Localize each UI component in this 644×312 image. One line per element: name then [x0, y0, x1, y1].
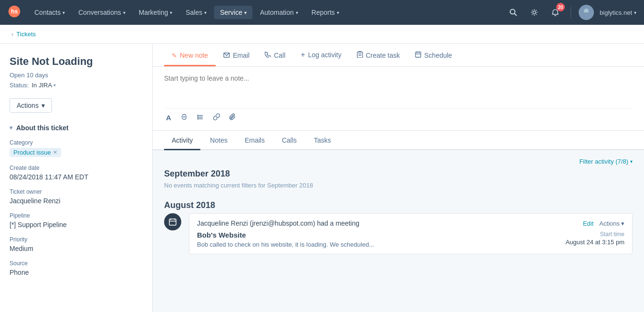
field-value-priority: Medium: [10, 245, 143, 252]
activity-feed: Filter activity (7/8) ▾ September 2018 N…: [153, 150, 644, 312]
svg-line-3: [515, 14, 517, 16]
main-panel: ✎ New note Email: [153, 44, 644, 312]
note-toolbar: A: [164, 108, 633, 123]
chevron-down-icon: ▾: [62, 10, 65, 15]
attachment-button[interactable]: [228, 113, 238, 123]
tab-call[interactable]: Call: [257, 45, 293, 66]
chevron-down-icon: ▾: [621, 220, 624, 227]
search-button[interactable]: [506, 5, 521, 20]
topnav-right-section: 20 biglytics.net ▾: [506, 5, 636, 20]
strikethrough-button[interactable]: [179, 113, 189, 123]
chevron-down-icon: ▾: [53, 83, 56, 88]
clipboard-icon: [357, 51, 363, 59]
chevron-down-icon: ▾: [123, 10, 125, 15]
filter-row: Filter activity (7/8) ▾: [164, 150, 633, 169]
no-events-september: No events matching current filters for S…: [164, 182, 633, 189]
month-section-september: September 2018 No events matching curren…: [164, 169, 633, 189]
edit-icon: ✎: [172, 52, 177, 59]
field-priority: Priority Medium: [10, 236, 143, 252]
chevron-down-icon: ▾: [244, 10, 247, 15]
nav-sales[interactable]: Sales ▾: [180, 6, 212, 19]
field-category: Category Product issue ✕: [10, 139, 143, 157]
tab-notes[interactable]: Notes: [202, 131, 235, 150]
tab-tasks[interactable]: Tasks: [306, 131, 339, 150]
link-button[interactable]: [211, 113, 222, 123]
field-label-pipeline: Pipeline: [10, 212, 143, 219]
tag-remove-icon[interactable]: ✕: [53, 149, 57, 156]
field-pipeline: Pipeline [*] Support Pipeline: [10, 212, 143, 229]
ticket-open-duration: Open 10 days: [10, 72, 143, 79]
notifications-button[interactable]: 20: [548, 5, 563, 20]
svg-point-2: [510, 10, 515, 14]
settings-button[interactable]: [527, 5, 542, 20]
nav-reports[interactable]: Reports ▾: [306, 6, 345, 19]
about-ticket-section-header[interactable]: ▾ About this ticket: [10, 124, 143, 132]
timeline-actor-text: Jacqueline Renzi (jrenzi@hubspot.com) ha…: [197, 219, 359, 227]
nav-service[interactable]: Service ▾: [214, 6, 252, 19]
tab-activity[interactable]: Activity: [164, 131, 200, 150]
svg-rect-21: [169, 219, 176, 225]
field-label-create-date: Create date: [10, 165, 143, 171]
nav-divider: [571, 7, 571, 18]
status-label: Status:: [10, 82, 29, 89]
timeline-card-title: Bob's Website: [197, 231, 374, 239]
timeline-actions-button[interactable]: Actions ▾: [599, 220, 624, 227]
start-time-value: August 24 at 3:15 pm: [565, 239, 624, 246]
hubspot-logo[interactable]: hs: [8, 5, 23, 20]
account-name[interactable]: biglytics.net ▾: [600, 9, 636, 16]
chevron-down-icon: ▾: [630, 159, 633, 164]
breadcrumb-tickets-link[interactable]: Tickets: [16, 31, 36, 38]
tab-schedule[interactable]: Schedule: [407, 44, 459, 66]
tab-email[interactable]: Email: [216, 45, 257, 66]
start-time-label: Start time: [565, 231, 624, 238]
field-value-ticket-owner: Jacqueline Renzi: [10, 197, 143, 205]
chevron-down-icon: ▾: [337, 10, 339, 15]
status-value[interactable]: In JIRA ▾: [31, 82, 56, 89]
timeline-edit-button[interactable]: Edit: [583, 220, 593, 227]
action-tabs-bar: ✎ New note Email: [153, 44, 644, 67]
chevron-down-icon: ▾: [170, 10, 172, 15]
tab-emails[interactable]: Emails: [237, 131, 272, 150]
tab-create-task[interactable]: Create task: [349, 44, 408, 66]
notification-count-badge: 20: [556, 3, 565, 11]
nav-conversations[interactable]: Conversations ▾: [73, 6, 131, 19]
month-header-august: August 2018: [164, 200, 633, 210]
field-label-priority: Priority: [10, 236, 143, 243]
actions-button[interactable]: Actions ▾: [10, 98, 52, 113]
svg-text:hs: hs: [11, 8, 18, 15]
tab-log-activity[interactable]: + Log activity: [293, 44, 349, 66]
nav-automation[interactable]: Automation ▾: [254, 6, 304, 19]
chevron-down-icon: ▾: [204, 10, 207, 15]
breadcrumb: ‹ Tickets: [0, 25, 644, 44]
timeline-action-buttons: Edit Actions ▾: [583, 220, 624, 227]
svg-rect-7: [357, 52, 363, 58]
bold-button[interactable]: A: [164, 113, 173, 123]
field-source: Source Phone: [10, 260, 143, 276]
calendar-icon: [415, 51, 421, 59]
timeline-content-card: Jacqueline Renzi (jrenzi@hubspot.com) ha…: [189, 213, 633, 254]
timeline-card-body: Bob called to check on his website, it i…: [197, 241, 374, 248]
tab-calls[interactable]: Calls: [274, 131, 304, 150]
avatar[interactable]: [579, 5, 594, 20]
content-area: Site Not Loading Open 10 days Status: In…: [0, 44, 644, 312]
field-label-source: Source: [10, 260, 143, 267]
nav-contacts[interactable]: Contacts ▾: [29, 6, 71, 19]
filter-activity-button[interactable]: Filter activity (7/8) ▾: [579, 158, 633, 165]
category-tag[interactable]: Product issue ✕: [10, 148, 61, 157]
nav-marketing[interactable]: Marketing ▾: [133, 6, 178, 19]
list-button[interactable]: [195, 113, 206, 123]
timeline-meta-time: Start time August 24 at 3:15 pm: [565, 231, 624, 246]
chevron-down-icon: ▾: [634, 10, 636, 15]
svg-point-19: [197, 117, 198, 118]
svg-rect-10: [415, 52, 421, 57]
email-icon: [223, 52, 230, 59]
svg-point-4: [533, 11, 536, 14]
timeline-icon-col: [164, 213, 181, 262]
field-value-source: Phone: [10, 269, 143, 276]
ticket-title: Site Not Loading: [10, 55, 143, 68]
note-textarea[interactable]: [164, 74, 633, 103]
note-editor-area: A: [153, 67, 644, 131]
tab-new-note[interactable]: ✎ New note: [164, 45, 216, 66]
ticket-status-row: Status: In JIRA ▾: [10, 82, 143, 89]
field-create-date: Create date 08/24/2018 11:47 AM EDT: [10, 165, 143, 181]
